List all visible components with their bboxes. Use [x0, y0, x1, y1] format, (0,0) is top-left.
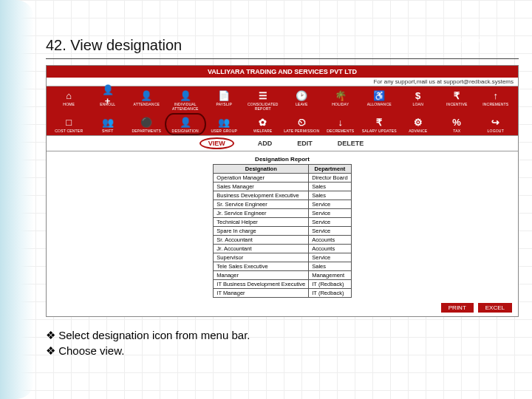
toolbar-item-label: ADVANCE [409, 129, 427, 133]
table-cell: Spare In charge [214, 227, 309, 236]
departments-icon: ⚫ [139, 115, 154, 129]
attendance-icon: 👤 [139, 89, 154, 102]
toolbar-item-holiday[interactable]: 🌴HOLIDAY [321, 88, 361, 112]
welfare-icon: ✿ [256, 115, 270, 129]
table-header: Department [309, 165, 351, 174]
instruction-item: Choose view. [46, 343, 519, 358]
toolbar-item-enroll[interactable]: 👤+ENROLL [89, 88, 128, 112]
user-label: Jijo C Valiyara - admin [460, 38, 511, 43]
support-text: For any support,mail us at support@redba… [373, 78, 514, 85]
toolbar-item-shift[interactable]: 👥SHIFT [89, 115, 128, 134]
toolbar-item-late-permission[interactable]: ⏲LATE PERMISSION [282, 115, 321, 134]
print-button[interactable]: PRINT [441, 303, 474, 313]
toolbar-item-payslip[interactable]: 📄PAYSLIP [205, 88, 244, 112]
table-row: IT ManagerIT (Redback) [214, 289, 351, 298]
tax-icon: % [449, 115, 464, 129]
table-row: Technical HelperService [214, 218, 351, 227]
table-header: Designation [214, 165, 309, 174]
table-cell: Jr. Service Engineer [214, 209, 309, 218]
table-row: Sales ManagerSales [214, 183, 351, 191]
toolbar-item-label: INCREMENTS [482, 102, 508, 106]
toolbar-item-label: ENROLL [100, 102, 115, 106]
table-cell: Service [309, 253, 351, 262]
action-delete[interactable]: DELETE [338, 140, 364, 147]
toolbar-item-designation[interactable]: 👤DESIGNATION [166, 115, 205, 134]
toolbar-item-label: SHIFT [102, 129, 113, 133]
toolbar-item-cost-center[interactable]: □COST CENTER [50, 115, 89, 134]
table-row: Operation ManagerDirector Board [214, 174, 351, 183]
incentive-icon: ₹ [449, 89, 464, 102]
toolbar-item-incentive[interactable]: ₹INCENTIVE [437, 88, 477, 112]
toolbar-item-label: DEPARTMENTS [132, 129, 161, 133]
table-cell: Service [309, 200, 351, 209]
designation-icon: 👤 [178, 115, 193, 129]
shift-icon: 👥 [100, 115, 115, 129]
table-row: Spare In chargeService [214, 227, 351, 236]
toolbar-item-departments[interactable]: ⚫DEPARTMENTS [127, 115, 166, 134]
toolbar-item-leave[interactable]: 🕑LEAVE [282, 88, 321, 112]
toolbar-item-label: ALLOWANCE [367, 102, 392, 106]
toolbar-item-label: USER GROUP [211, 129, 237, 133]
table-row: Jr. AccountantAccounts [214, 245, 351, 253]
toolbar-item-individual-attendance[interactable]: 👤INDIVIDUAL ATTENDANCE [166, 88, 205, 112]
home-icon: ⌂ [61, 89, 76, 102]
leave-icon: 🕑 [294, 89, 309, 102]
slide-decoration [0, 0, 34, 399]
table-cell: Sr. Accountant [214, 236, 309, 245]
table-row: Sr. Service EngineerService [214, 200, 351, 209]
advance-icon: ⚙ [411, 115, 426, 129]
table-cell: Sales [309, 262, 351, 271]
toolbar-item-welfare[interactable]: ✿WELFARE [244, 115, 283, 134]
action-edit[interactable]: EDIT [297, 140, 313, 147]
action-add[interactable]: ADD [258, 140, 273, 147]
toolbar-item-salary-updates[interactable]: ₹SALARY UPDATES [360, 115, 399, 134]
table-cell: Operation Manager [214, 174, 309, 183]
toolbar-item-tax[interactable]: %TAX [437, 115, 477, 134]
table-cell: Sr. Service Engineer [214, 200, 309, 209]
report-area: Designation Report DesignationDepartment… [47, 151, 518, 301]
excel-button[interactable]: EXCEL [478, 303, 512, 313]
toolbar-item-consolidated-report[interactable]: ☰CONSOLIDATED REPORT [244, 88, 283, 112]
toolbar-item-advance[interactable]: ⚙ADVANCE [399, 115, 438, 134]
table-row: IT Business Development ExecutiveIT (Red… [214, 280, 351, 289]
table-cell: Accounts [309, 236, 351, 245]
table-cell: Service [309, 209, 351, 218]
table-row: Jr. Service EngineerService [214, 209, 351, 218]
allowance-icon: ♿ [372, 89, 386, 102]
table-cell: Service [309, 227, 351, 236]
toolbar-item-label: CONSOLIDATED REPORT [244, 102, 283, 111]
cost-center-icon: □ [61, 115, 76, 129]
toolbar-item-logout[interactable]: ↪LOGOUT [477, 115, 516, 134]
table-cell: IT (Redback) [309, 280, 351, 289]
toolbar-item-label: HOME [63, 102, 75, 106]
toolbar-item-label: HOLIDAY [332, 102, 349, 106]
toolbar-item-label: DESIGNATION [172, 129, 199, 133]
company-banner: VALLIYARA TRADING AND SERVICES PVT LTD [47, 66, 518, 78]
table-cell: IT Manager [214, 289, 309, 298]
increments-icon: ↑ [488, 89, 503, 102]
table-row: ManagerManagement [214, 271, 351, 280]
table-cell: Jr. Accountant [214, 245, 309, 253]
loan-icon: $ [411, 89, 426, 102]
toolbar-row-1: ⌂HOME👤+ENROLL👤ATTENDANCE👤INDIVIDUAL ATTE… [47, 86, 518, 113]
toolbar-item-label: COST CENTER [55, 129, 83, 133]
toolbar-item-user-group[interactable]: 👥USER GROUP [205, 115, 244, 134]
toolbar-item-increments[interactable]: ↑INCREMENTS [477, 88, 516, 112]
table-cell: Business Development Executive [214, 191, 309, 200]
table-cell: Management [309, 271, 351, 280]
instruction-list: Select designation icon from menu bar. C… [46, 327, 519, 358]
toolbar-item-label: ATTENDANCE [133, 102, 160, 106]
toolbar-item-label: PAYSLIP [216, 102, 232, 106]
table-cell: Service [309, 218, 351, 227]
toolbar-item-attendance[interactable]: 👤ATTENDANCE [127, 88, 166, 112]
toolbar-item-label: LOAN [413, 102, 423, 106]
designation-table: DesignationDepartment Operation ManagerD… [213, 164, 351, 298]
action-bar: VIEW ADD EDIT DELETE [47, 135, 518, 151]
toolbar-item-home[interactable]: ⌂HOME [50, 88, 89, 112]
action-view[interactable]: VIEW [201, 139, 233, 148]
toolbar-item-loan[interactable]: $LOAN [399, 88, 438, 112]
table-cell: Supervisor [214, 253, 309, 262]
table-cell: Technical Helper [214, 218, 309, 227]
toolbar-item-decrements[interactable]: ↓DECREMENTS [321, 115, 361, 134]
toolbar-item-allowance[interactable]: ♿ALLOWANCE [360, 88, 399, 112]
